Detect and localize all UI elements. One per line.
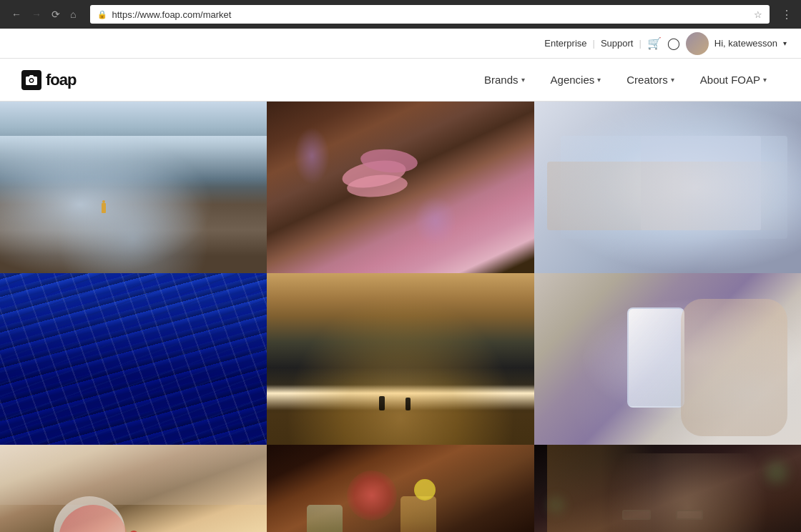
figure-1 — [379, 396, 385, 410]
face-glow — [601, 453, 775, 532]
bookmark-icon[interactable]: ☆ — [754, 9, 762, 20]
photo-mountain[interactable] — [0, 102, 267, 273]
dragon-fruit — [347, 471, 397, 521]
user-dropdown-arrow[interactable]: ▾ — [783, 39, 787, 47]
top-utility-bar: Enterprise | Support | 🛒 ◯ Hi, katewesso… — [0, 29, 801, 59]
glasses-left — [622, 510, 651, 520]
separator-1: | — [593, 38, 595, 49]
browser-menu-icon[interactable]: ⋮ — [781, 8, 792, 21]
separator-2: | — [639, 38, 641, 49]
cocktail-glass-2 — [307, 505, 343, 532]
macaron-1 — [340, 156, 408, 192]
cart-icon[interactable]: 🛒 — [647, 36, 662, 50]
hair-left — [547, 445, 654, 532]
nav-brands[interactable]: Brands ▾ — [471, 59, 538, 102]
boat-highlights — [0, 273, 267, 445]
address-bar[interactable]: 🔒 https://www.foap.com/market ☆ — [90, 5, 770, 24]
phone-device — [627, 307, 684, 408]
flower-detail-2 — [414, 196, 457, 246]
nav-creators[interactable]: Creators ▾ — [614, 59, 687, 102]
boat-lines — [0, 273, 267, 445]
photo-food1[interactable] — [0, 445, 267, 532]
flower-detail — [294, 127, 330, 184]
lemon-slice — [414, 479, 436, 501]
logo-camera-icon — [21, 70, 41, 90]
city-lights — [267, 368, 534, 445]
crowd-blur — [534, 273, 801, 445]
url-text: https://www.foap.com/market — [112, 9, 750, 20]
laptop-detail — [561, 136, 787, 239]
photo-boats[interactable] — [0, 273, 267, 445]
hands-top — [0, 445, 267, 505]
nav-agencies[interactable]: Agencies ▾ — [538, 59, 614, 102]
support-link[interactable]: Support — [601, 38, 634, 49]
photo-food2[interactable] — [267, 445, 534, 532]
brands-label: Brands — [484, 74, 519, 86]
home-button[interactable]: ⌂ — [67, 7, 79, 21]
cocktail-glass — [400, 496, 436, 532]
photo-citynight[interactable] — [267, 273, 534, 445]
back-button[interactable]: ← — [9, 7, 24, 21]
photo-laptop[interactable] — [534, 102, 801, 273]
figure-2 — [406, 398, 411, 410]
about-chevron: ▾ — [763, 76, 767, 84]
enterprise-link[interactable]: Enterprise — [544, 38, 586, 49]
photo-grid — [0, 102, 801, 532]
macaron-3 — [346, 173, 408, 200]
screen-detail — [641, 136, 761, 230]
person-silhouette-detail — [102, 203, 106, 213]
photo-woman[interactable] — [534, 445, 801, 532]
forward-button[interactable]: → — [29, 7, 44, 21]
food-in-plate — [59, 505, 127, 532]
hands-detail — [547, 162, 801, 230]
user-name[interactable]: Hi, katewesson — [714, 38, 777, 49]
browser-chrome: ← → ⟳ ⌂ 🔒 https://www.foap.com/market ☆ … — [0, 0, 801, 29]
photo-phone[interactable] — [534, 273, 801, 445]
refresh-button[interactable]: ⟳ — [49, 7, 63, 21]
nav-about[interactable]: About FOAP ▾ — [687, 59, 780, 102]
hands-phone — [681, 299, 787, 436]
nav-items: Brands ▾ Agencies ▾ Creators ▾ About FOA… — [471, 59, 780, 102]
brands-chevron: ▾ — [521, 76, 525, 84]
about-label: About FOAP — [700, 74, 760, 86]
agencies-label: Agencies — [551, 74, 595, 86]
main-nav: foap Brands ▾ Agencies ▾ Creators ▾ Abou… — [0, 59, 801, 102]
avatar[interactable] — [686, 32, 709, 55]
logo-text: foap — [46, 71, 76, 89]
bokeh-1 — [766, 462, 787, 483]
creators-chevron: ▾ — [671, 76, 674, 84]
plate-1 — [54, 496, 125, 532]
fog-detail — [0, 136, 267, 187]
bokeh-3 — [547, 496, 565, 514]
macaron-2 — [360, 147, 418, 175]
creators-label: Creators — [626, 74, 668, 86]
photo-macarons[interactable] — [267, 102, 534, 273]
browser-navigation: ← → ⟳ ⌂ — [9, 7, 79, 21]
notification-icon[interactable]: ◯ — [667, 36, 680, 50]
glasses-right — [676, 510, 703, 520]
lock-icon: 🔒 — [97, 10, 107, 19]
logo[interactable]: foap — [21, 70, 76, 90]
agencies-chevron: ▾ — [597, 76, 601, 84]
